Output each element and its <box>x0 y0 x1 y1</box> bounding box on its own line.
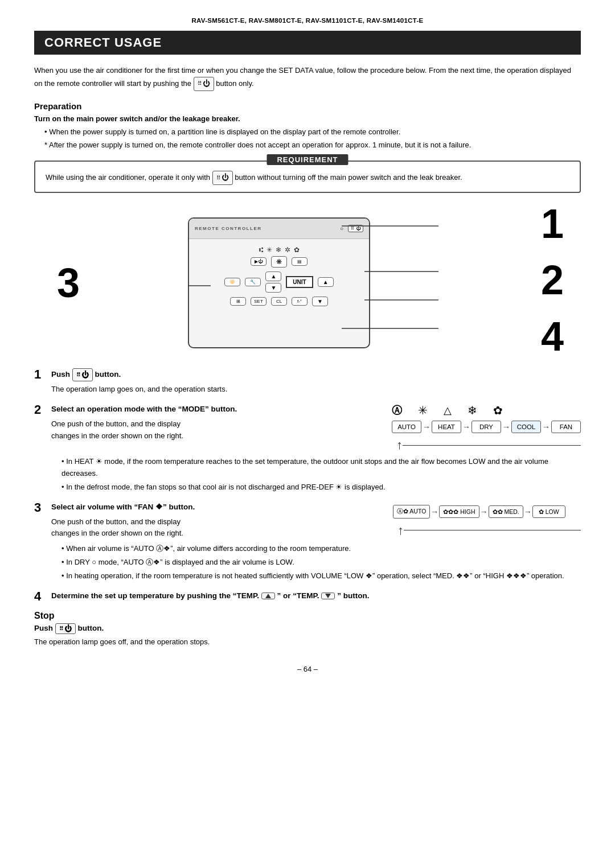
step2-main: 2 Select an operation mode with the “MOD… <box>34 404 581 452</box>
mode-auto-icon: ⑆ <box>259 246 263 254</box>
requirement-text: While using the air conditioner, operate… <box>46 171 569 185</box>
remote-power: ⏻ <box>356 226 360 231</box>
remote-row3: ⊞ SET CL f-° ▼ <box>195 297 363 306</box>
tri-up-icon <box>265 594 271 598</box>
icon-cool: ❄ <box>468 404 477 417</box>
step3-num: 3 <box>34 501 47 514</box>
remote-content: ⑆ ✳ ❄ ✲ ✿ ▶⏻ ❋ ▤ 🔆 🔧 <box>189 239 369 315</box>
step3-bullet1: When air volume is “AUTO Ⓐ❖”, air volume… <box>62 543 581 555</box>
step3-bullet3: In heating operation, if the room temper… <box>62 570 581 582</box>
mode-icons-top: Ⓐ ✳ △ ❄ ✿ <box>392 404 581 417</box>
step2-left: 2 Select an operation mode with the “MOD… <box>34 404 386 442</box>
fan-back-icon: ↑ <box>397 523 404 538</box>
steps-container: 1 Push ⠿ ⏻ button. The operation lamp go… <box>34 368 581 603</box>
remote-top-bar: REMOTE CONTROLLER ○ ⠿ ⏻ <box>189 219 369 239</box>
fan-high: ✿✿✿ HIGH <box>439 505 479 518</box>
icon-A: Ⓐ <box>392 404 402 417</box>
step1-title: Push ⠿ ⏻ button. <box>51 368 121 382</box>
step2-bullets: In HEAT ☀ mode, if the room temperature … <box>51 456 581 493</box>
step3-block: 3 Select air volume with “FAN ❖” button.… <box>34 501 581 582</box>
requirement-box: REQUIREMENT While using the air conditio… <box>34 161 581 193</box>
step2-num: 2 <box>34 404 47 416</box>
dots-icon: ⠿ <box>198 79 201 88</box>
s1-dots: ⠿ <box>76 371 80 379</box>
step2-bullet2: In the defrost mode, the fan stops so th… <box>62 482 581 493</box>
page: RAV-SM561CT-E, RAV-SM801CT-E, RAV-SM1101… <box>0 0 615 868</box>
fan-arrow1: → <box>430 507 439 516</box>
fan-med: ✿✿ MED. <box>489 505 523 518</box>
stop-push: Push ⠿ ⏻ button. <box>34 623 581 634</box>
btn-temp-sensor: f-° <box>292 297 308 306</box>
step2-header: 2 Select an operation mode with the “MOD… <box>34 404 386 416</box>
icon-heat: ✳ <box>418 404 428 417</box>
step1-num: 1 <box>34 368 47 381</box>
stop-power: ⏻ <box>64 624 72 633</box>
diagram-step4: 4 <box>541 316 564 357</box>
mode-cool: COOL <box>511 421 541 433</box>
page-title: CORRECT USAGE <box>34 31 581 55</box>
step3-bullets: When air volume is “AUTO Ⓐ❖”, air volume… <box>51 543 581 582</box>
prep-star-1: After the power supply is turned on, the… <box>44 139 581 151</box>
btn-grid: ⊞ <box>230 297 246 306</box>
fan-auto: Ⓐ✿ AUTO <box>393 505 430 519</box>
btn-down: ▼ <box>265 283 281 293</box>
requirement-label: REQUIREMENT <box>266 154 348 165</box>
step3-bullet2: In DRY ○ mode, “AUTO Ⓐ❖” is displayed an… <box>62 557 581 569</box>
step1-body: The operation lamp goes on, and the oper… <box>51 384 581 396</box>
step2-bullet1: In HEAT ☀ mode, if the room temperature … <box>62 456 581 480</box>
mode-dry-icon: ❄ <box>276 246 281 254</box>
step3-main: 3 Select air volume with “FAN ❖” button.… <box>34 501 581 540</box>
mode-back-arrow: ↑ <box>392 438 581 452</box>
mode-auto: AUTO <box>392 421 421 433</box>
power-button-inline: ⠿ ⏻ <box>194 77 214 91</box>
up-down-btns: ▲ ▼ <box>265 271 281 293</box>
page-number: – 64 – <box>34 665 581 673</box>
mode-heat-icon: ✳ <box>266 246 272 254</box>
btn-fan: ❋ <box>271 256 287 268</box>
step4-title: Determine the set up temperature by push… <box>51 590 369 602</box>
mode-heat: HEAT <box>432 421 461 433</box>
tri-down-icon <box>325 594 331 598</box>
step4-num: 4 <box>34 590 47 603</box>
diagram-step2: 2 <box>541 260 564 301</box>
diagram-right-nums: 1 2 4 <box>541 203 564 363</box>
req-dots-icon: ⠿ <box>216 174 220 183</box>
prep-bullet-1: When the power supply is turned on, a pa… <box>44 126 581 138</box>
arrow3: → <box>501 422 511 431</box>
step1-header: 1 Push ⠿ ⏻ button. <box>34 368 581 382</box>
step4-block: 4 Determine the set up temperature by pu… <box>34 590 581 603</box>
remote-mode-icons: ⑆ ✳ ❄ ✲ ✿ <box>195 246 363 254</box>
remote-row2: 🔆 🔧 ▲ ▼ UNIT ▲ <box>195 271 363 293</box>
fan-diagram: Ⓐ✿ AUTO → ✿✿✿ HIGH → ✿✿ MED. → ✿ LOW <box>393 505 581 519</box>
preparation-title: Preparation <box>34 101 581 111</box>
step2-title: Select an operation mode with the “MODE”… <box>51 404 237 415</box>
temp-up-btn <box>261 593 275 599</box>
arrow4: → <box>541 422 551 431</box>
btn-left1: 🔆 <box>224 278 240 286</box>
stop-title: Stop <box>34 611 581 621</box>
remote-power-btn: ⠿ ⏻ <box>348 225 363 232</box>
icon-fan: ✿ <box>493 404 503 417</box>
intro-text: When you use the air conditioner for the… <box>34 65 581 91</box>
step3-body: One push of the button, and the display … <box>51 516 387 540</box>
diagram-step1: 1 <box>541 203 564 244</box>
stop-dots: ⠿ <box>59 626 63 632</box>
remote-label: REMOTE CONTROLLER <box>195 226 262 231</box>
btn-set: SET <box>251 297 266 306</box>
mode-snowflake: ✲ <box>285 246 290 254</box>
remote-diagram: REMOTE CONTROLLER ○ ⠿ ⏻ ⑆ ✳ ❄ <box>159 209 456 357</box>
mode-fan: FAN <box>551 421 581 433</box>
mode-dry: DRY <box>472 421 501 433</box>
step3-header: 3 Select air volume with “FAN ❖” button. <box>34 501 387 514</box>
mode-fan-icon: ✿ <box>294 246 300 254</box>
stop-power-btn: ⠿ ⏻ <box>55 623 76 634</box>
btn-wrench: 🔧 <box>245 278 261 286</box>
step1-block: 1 Push ⠿ ⏻ button. The operation lamp go… <box>34 368 581 396</box>
power-symbol: ⏻ <box>203 78 210 90</box>
s1-power: ⏻ <box>81 369 89 381</box>
btn-cl: CL <box>271 297 287 306</box>
stop-section: Stop Push ⠿ ⏻ button. The operation lamp… <box>34 611 581 648</box>
step2-body: One push of the button, and the display … <box>51 418 386 442</box>
remote-row1: ▶⏻ ❋ ▤ <box>195 256 363 268</box>
diagram-area: 3 REMOTE CONTROLLER ○ ⠿ ⏻ <box>34 203 581 363</box>
